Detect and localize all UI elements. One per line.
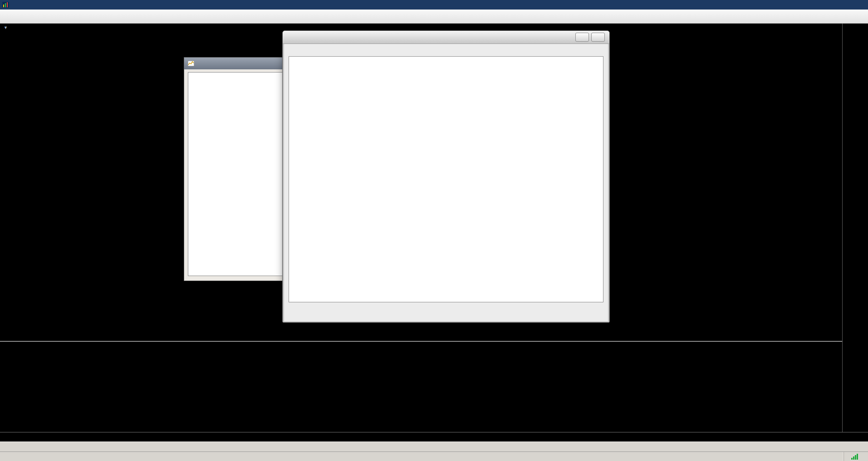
properties-tab-page [289,56,603,302]
close-icon[interactable] [591,33,605,42]
indicator-properties-dialog [282,30,610,323]
app-icon [2,2,9,8]
indicator-pane[interactable] [0,342,842,432]
menu-bar [0,0,868,10]
one-click-trading-collapse-icon[interactable]: ▼ [4,25,8,30]
connection-signal-icon [851,454,858,460]
status-traffic [843,452,868,461]
help-button[interactable] [575,33,589,42]
indicator-histogram [0,342,842,432]
status-bar [0,451,868,461]
properties-dialog-titlebar[interactable] [283,31,609,44]
mt4-application-window: ▼ [0,0,868,461]
symbol-label: ▼ [4,25,10,30]
time-axis[interactable] [0,432,868,442]
toolbar [0,10,868,24]
properties-dialog-body [284,44,608,321]
indicators-dialog-icon [188,61,194,66]
chart-tab-bar [0,442,868,452]
price-scale[interactable] [842,23,868,432]
properties-dialog-title-buttons [575,33,605,42]
